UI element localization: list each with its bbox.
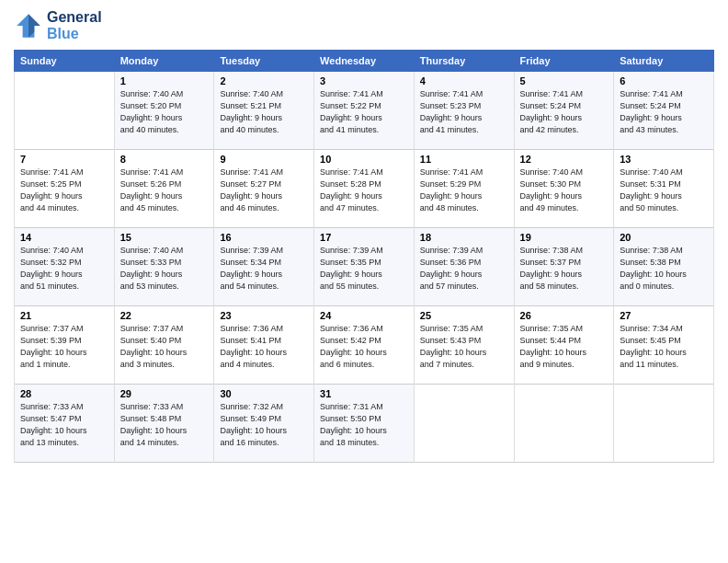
cell-w5-d2: 29Sunrise: 7:33 AMSunset: 5:48 PMDayligh… — [114, 385, 214, 463]
day-number: 30 — [220, 388, 308, 399]
col-tuesday: Tuesday — [214, 51, 314, 72]
col-sunday: Sunday — [15, 51, 115, 72]
cell-w2-d7: 13Sunrise: 7:40 AMSunset: 5:31 PMDayligh… — [614, 150, 714, 228]
cell-w3-d1: 14Sunrise: 7:40 AMSunset: 5:32 PMDayligh… — [15, 228, 115, 306]
cell-details: Sunrise: 7:32 AMSunset: 5:49 PMDaylight:… — [220, 401, 308, 449]
cell-w4-d7: 27Sunrise: 7:34 AMSunset: 5:45 PMDayligh… — [614, 306, 714, 385]
col-monday: Monday — [114, 51, 214, 72]
week-row-3: 14Sunrise: 7:40 AMSunset: 5:32 PMDayligh… — [15, 228, 714, 306]
cell-w1-d1 — [15, 72, 115, 150]
day-number: 22 — [120, 310, 209, 321]
day-number: 11 — [420, 154, 508, 165]
cell-w4-d4: 24Sunrise: 7:36 AMSunset: 5:42 PMDayligh… — [314, 306, 415, 385]
logo-icon — [14, 11, 43, 40]
cell-details: Sunrise: 7:33 AMSunset: 5:48 PMDaylight:… — [120, 401, 209, 449]
cell-w2-d3: 9Sunrise: 7:41 AMSunset: 5:27 PMDaylight… — [214, 150, 314, 228]
cell-w3-d2: 15Sunrise: 7:40 AMSunset: 5:33 PMDayligh… — [114, 228, 214, 306]
cell-w3-d4: 17Sunrise: 7:39 AMSunset: 5:35 PMDayligh… — [314, 228, 415, 306]
cell-w2-d6: 12Sunrise: 7:40 AMSunset: 5:30 PMDayligh… — [514, 150, 614, 228]
day-number: 25 — [420, 310, 508, 321]
cell-details: Sunrise: 7:40 AMSunset: 5:21 PMDaylight:… — [220, 88, 308, 136]
cell-details: Sunrise: 7:40 AMSunset: 5:32 PMDaylight:… — [20, 245, 108, 293]
cell-w2-d1: 7Sunrise: 7:41 AMSunset: 5:25 PMDaylight… — [15, 150, 115, 228]
day-number: 31 — [320, 388, 408, 399]
cell-w1-d4: 3Sunrise: 7:41 AMSunset: 5:22 PMDaylight… — [314, 72, 415, 150]
header: General Blue — [14, 9, 714, 42]
cell-details: Sunrise: 7:40 AMSunset: 5:30 PMDaylight:… — [520, 167, 609, 214]
day-number: 16 — [220, 232, 308, 243]
cell-details: Sunrise: 7:41 AMSunset: 5:24 PMDaylight:… — [520, 88, 609, 136]
cell-details: Sunrise: 7:41 AMSunset: 5:22 PMDaylight:… — [320, 88, 408, 136]
cell-w1-d6: 5Sunrise: 7:41 AMSunset: 5:24 PMDaylight… — [514, 72, 614, 150]
cell-details: Sunrise: 7:38 AMSunset: 5:38 PMDaylight:… — [620, 245, 708, 293]
day-number: 1 — [120, 75, 209, 86]
day-number: 17 — [320, 232, 408, 243]
logo-text: General Blue — [47, 9, 102, 42]
day-number: 26 — [520, 310, 609, 321]
week-row-1: 1Sunrise: 7:40 AMSunset: 5:20 PMDaylight… — [15, 72, 714, 150]
day-number: 21 — [20, 310, 108, 321]
col-saturday: Saturday — [614, 51, 714, 72]
week-row-4: 21Sunrise: 7:37 AMSunset: 5:39 PMDayligh… — [15, 306, 714, 385]
cell-details: Sunrise: 7:40 AMSunset: 5:33 PMDaylight:… — [120, 245, 209, 293]
cell-w2-d4: 10Sunrise: 7:41 AMSunset: 5:28 PMDayligh… — [314, 150, 415, 228]
day-number: 4 — [420, 75, 508, 86]
cell-details: Sunrise: 7:36 AMSunset: 5:42 PMDaylight:… — [320, 323, 408, 371]
day-number: 12 — [520, 154, 609, 165]
day-number: 15 — [120, 232, 209, 243]
cell-details: Sunrise: 7:35 AMSunset: 5:43 PMDaylight:… — [420, 323, 508, 371]
cell-w1-d5: 4Sunrise: 7:41 AMSunset: 5:23 PMDaylight… — [414, 72, 514, 150]
cell-w4-d5: 25Sunrise: 7:35 AMSunset: 5:43 PMDayligh… — [414, 306, 514, 385]
cell-details: Sunrise: 7:41 AMSunset: 5:23 PMDaylight:… — [420, 88, 508, 136]
cell-w5-d3: 30Sunrise: 7:32 AMSunset: 5:49 PMDayligh… — [214, 385, 314, 463]
cell-w1-d2: 1Sunrise: 7:40 AMSunset: 5:20 PMDaylight… — [114, 72, 214, 150]
cell-w5-d6 — [514, 385, 614, 463]
day-number: 27 — [620, 310, 708, 321]
cell-details: Sunrise: 7:35 AMSunset: 5:44 PMDaylight:… — [520, 323, 609, 371]
cell-details: Sunrise: 7:39 AMSunset: 5:35 PMDaylight:… — [320, 245, 408, 293]
cell-details: Sunrise: 7:37 AMSunset: 5:40 PMDaylight:… — [120, 323, 209, 371]
cell-details: Sunrise: 7:34 AMSunset: 5:45 PMDaylight:… — [620, 323, 708, 371]
cell-w5-d5 — [414, 385, 514, 463]
day-number: 9 — [220, 154, 308, 165]
cell-w5-d4: 31Sunrise: 7:31 AMSunset: 5:50 PMDayligh… — [314, 385, 415, 463]
cell-w2-d2: 8Sunrise: 7:41 AMSunset: 5:26 PMDaylight… — [114, 150, 214, 228]
day-number: 20 — [620, 232, 708, 243]
cell-details: Sunrise: 7:41 AMSunset: 5:26 PMDaylight:… — [120, 167, 209, 214]
logo: General Blue — [14, 9, 102, 42]
day-number: 6 — [620, 75, 708, 86]
cell-w3-d7: 20Sunrise: 7:38 AMSunset: 5:38 PMDayligh… — [614, 228, 714, 306]
cell-details: Sunrise: 7:41 AMSunset: 5:27 PMDaylight:… — [220, 167, 308, 214]
col-wednesday: Wednesday — [314, 51, 415, 72]
cell-details: Sunrise: 7:39 AMSunset: 5:34 PMDaylight:… — [220, 245, 308, 293]
cell-details: Sunrise: 7:41 AMSunset: 5:29 PMDaylight:… — [420, 167, 508, 214]
page: General Blue Sunday Monday Tuesday Wedne… — [0, 0, 728, 563]
cell-details: Sunrise: 7:40 AMSunset: 5:20 PMDaylight:… — [120, 88, 209, 136]
day-number: 18 — [420, 232, 508, 243]
cell-details: Sunrise: 7:33 AMSunset: 5:47 PMDaylight:… — [20, 401, 108, 449]
day-number: 23 — [220, 310, 308, 321]
calendar-table: Sunday Monday Tuesday Wednesday Thursday… — [14, 50, 714, 463]
cell-w4-d2: 22Sunrise: 7:37 AMSunset: 5:40 PMDayligh… — [114, 306, 214, 385]
cell-w1-d3: 2Sunrise: 7:40 AMSunset: 5:21 PMDaylight… — [214, 72, 314, 150]
cell-details: Sunrise: 7:37 AMSunset: 5:39 PMDaylight:… — [20, 323, 108, 371]
cell-w5-d7 — [614, 385, 714, 463]
cell-w4-d3: 23Sunrise: 7:36 AMSunset: 5:41 PMDayligh… — [214, 306, 314, 385]
day-number: 28 — [20, 388, 108, 399]
day-number: 10 — [320, 154, 408, 165]
cell-w5-d1: 28Sunrise: 7:33 AMSunset: 5:47 PMDayligh… — [15, 385, 115, 463]
day-number: 3 — [320, 75, 408, 86]
week-row-5: 28Sunrise: 7:33 AMSunset: 5:47 PMDayligh… — [15, 385, 714, 463]
cell-details: Sunrise: 7:41 AMSunset: 5:28 PMDaylight:… — [320, 167, 408, 214]
cell-w3-d3: 16Sunrise: 7:39 AMSunset: 5:34 PMDayligh… — [214, 228, 314, 306]
week-row-2: 7Sunrise: 7:41 AMSunset: 5:25 PMDaylight… — [15, 150, 714, 228]
cell-w4-d6: 26Sunrise: 7:35 AMSunset: 5:44 PMDayligh… — [514, 306, 614, 385]
svg-marker-1 — [28, 14, 40, 38]
day-number: 24 — [320, 310, 408, 321]
col-friday: Friday — [514, 51, 614, 72]
cell-details: Sunrise: 7:41 AMSunset: 5:25 PMDaylight:… — [20, 167, 108, 214]
day-number: 14 — [20, 232, 108, 243]
cell-w3-d5: 18Sunrise: 7:39 AMSunset: 5:36 PMDayligh… — [414, 228, 514, 306]
day-number: 7 — [20, 154, 108, 165]
cell-details: Sunrise: 7:36 AMSunset: 5:41 PMDaylight:… — [220, 323, 308, 371]
